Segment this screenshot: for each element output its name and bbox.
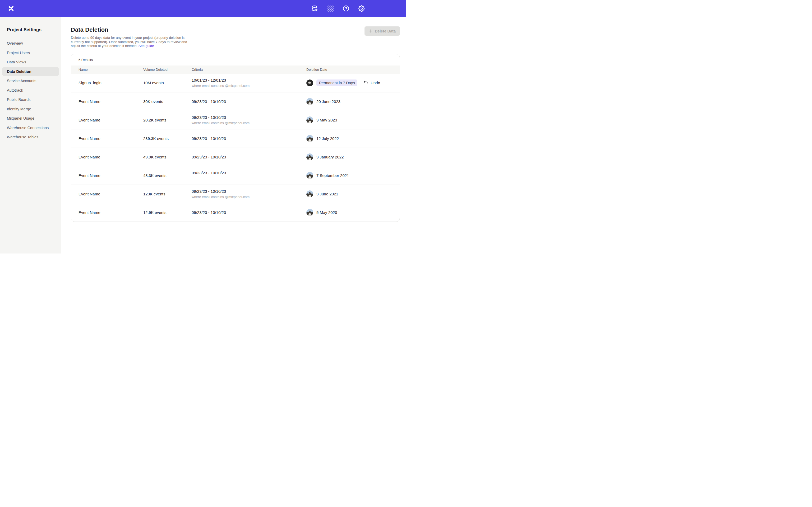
deletion-date: 5 May 2020	[316, 210, 337, 215]
sidebar-item[interactable]: Identity Merge	[2, 105, 59, 114]
row-criteria: 10/01/23 - 12/01/23 where email contains…	[192, 78, 306, 88]
row-criteria: 09/23/23 - 10/10/23 where email contains…	[192, 115, 306, 125]
row-deletion-cell: Permanent in 7 Days Undo	[306, 79, 400, 87]
top-navbar	[0, 0, 406, 17]
help-icon[interactable]	[343, 5, 349, 12]
row-criteria: 09/23/23 - 10/10/23	[192, 99, 306, 104]
sidebar-item[interactable]: Warehouse Tables	[2, 132, 59, 142]
row-volume: 10M events	[143, 80, 192, 85]
row-volume: 49.9K events	[143, 155, 192, 159]
column-header-criteria: Criteria	[192, 68, 306, 71]
sidebar-item[interactable]: Warehouse Connections	[2, 123, 59, 132]
table-header-row: Name Volume Deleted Criteria Deletion Da…	[71, 65, 400, 74]
settings-icon[interactable]	[358, 5, 365, 12]
row-deletion-cell: 3 June 2021	[306, 190, 400, 197]
sidebar-item[interactable]: Mixpanel Usage	[2, 114, 59, 123]
row-criteria: 09/23/23 - 10/10/23	[192, 171, 306, 180]
row-criteria: 09/23/23 - 10/10/23 where email contains…	[192, 189, 306, 199]
results-count: 5 Results	[71, 54, 400, 65]
page-header: Data Deletion Delete up to 90 days data …	[71, 26, 400, 48]
delete-data-label: Delete Data	[375, 29, 396, 33]
status-badge: Permanent in 7 Days	[316, 79, 357, 87]
table-row: Event Name 30K events 09/23/23 - 10/10/2…	[71, 92, 400, 111]
row-name: Event Name	[79, 118, 143, 122]
row-deletion-cell: 20 June 2023	[306, 98, 400, 105]
data-management-icon[interactable]	[311, 5, 318, 12]
criteria-range: 09/23/23 - 10/10/23	[192, 210, 306, 215]
row-volume: 30K events	[143, 99, 192, 104]
sidebar-item[interactable]: Service Accounts	[2, 76, 59, 85]
plus-icon	[369, 29, 373, 33]
row-criteria: 09/23/23 - 10/10/23	[192, 155, 306, 159]
criteria-subtext: where email contains @mixpanel.com	[192, 121, 306, 125]
row-name: Signup_login	[79, 80, 143, 85]
user-avatar	[306, 135, 313, 142]
row-criteria: 09/23/23 - 10/10/23	[192, 136, 306, 141]
deletion-date: 20 June 2023	[316, 99, 341, 104]
row-volume: 20.2K events	[143, 118, 192, 122]
table-row: Event Name 12.9K events 09/23/23 - 10/10…	[71, 203, 400, 222]
criteria-subtext: where email contains @mixpanel.com	[192, 84, 306, 88]
user-avatar	[306, 79, 313, 87]
criteria-range: 09/23/23 - 10/10/23	[192, 155, 306, 159]
criteria-range: 09/23/23 - 10/10/23	[192, 115, 306, 120]
deletion-date: 3 June 2021	[316, 192, 338, 196]
table-body: Signup_login 10M events 10/01/23 - 12/01…	[71, 74, 400, 222]
mixpanel-logo-icon[interactable]	[6, 4, 16, 13]
criteria-subtext	[192, 176, 306, 180]
table-row: Event Name 123K events 09/23/23 - 10/10/…	[71, 184, 400, 203]
undo-button[interactable]: Undo	[363, 80, 380, 85]
sidebar-item[interactable]: Project Users	[2, 48, 59, 57]
sidebar: Project Settings OverviewProject UsersDa…	[0, 17, 61, 253]
undo-label: Undo	[370, 80, 380, 85]
row-name: Event Name	[79, 192, 143, 196]
user-avatar	[306, 116, 313, 123]
table-row: Event Name 48.3K events 09/23/23 - 10/10…	[71, 166, 400, 184]
undo-icon	[363, 80, 368, 85]
page-header-text: Data Deletion Delete up to 90 days data …	[71, 26, 190, 48]
criteria-range: 09/23/23 - 10/10/23	[192, 171, 306, 175]
criteria-range: 09/23/23 - 10/10/23	[192, 189, 306, 193]
column-header-deletion-date: Deletion Date	[306, 68, 400, 71]
user-avatar	[306, 190, 313, 197]
deletion-date: 12 July 2022	[316, 136, 339, 141]
sidebar-item[interactable]: Autotrack	[2, 86, 59, 95]
row-name: Event Name	[79, 136, 143, 141]
column-header-volume: Volume Deleted	[143, 68, 192, 71]
user-avatar	[306, 154, 313, 160]
sidebar-item[interactable]: Overview	[2, 39, 59, 48]
page-description-text: Delete up to 90 days data for any event …	[71, 36, 187, 48]
criteria-range: 10/01/23 - 12/01/23	[192, 78, 306, 82]
sidebar-item[interactable]: Public Boards	[2, 95, 59, 104]
sidebar-title: Project Settings	[0, 27, 61, 33]
row-name: Event Name	[79, 99, 143, 104]
criteria-range: 09/23/23 - 10/10/23	[192, 136, 306, 141]
deletion-date: 3 May 2023	[316, 118, 337, 122]
apps-grid-icon[interactable]	[327, 5, 334, 12]
row-deletion-cell: 3 May 2023	[306, 116, 400, 123]
criteria-subtext: where email contains @mixpanel.com	[192, 195, 306, 199]
page-title: Data Deletion	[71, 26, 190, 33]
row-volume: 239.3K events	[143, 136, 192, 141]
table-row: Event Name 49.9K events 09/23/23 - 10/10…	[71, 148, 400, 166]
user-avatar	[306, 172, 313, 179]
sidebar-item[interactable]: Data Deletion	[2, 67, 59, 76]
deletion-date: 7 September 2021	[316, 173, 349, 178]
navbar-actions	[311, 5, 365, 12]
page-description: Delete up to 90 days data for any event …	[71, 36, 190, 48]
user-avatar	[306, 209, 313, 216]
table-row: Event Name 239.3K events 09/23/23 - 10/1…	[71, 129, 400, 148]
row-volume: 123K events	[143, 192, 192, 196]
row-deletion-cell: 7 September 2021	[306, 172, 400, 179]
delete-data-button[interactable]: Delete Data	[364, 26, 400, 36]
deletion-date: 3 January 2022	[316, 155, 344, 159]
main-content: Data Deletion Delete up to 90 days data …	[61, 17, 406, 253]
sidebar-item[interactable]: Data Views	[2, 58, 59, 66]
row-deletion-cell: 3 January 2022	[306, 154, 400, 160]
table-row: Signup_login 10M events 10/01/23 - 12/01…	[71, 74, 400, 92]
sidebar-nav: OverviewProject UsersData ViewsData Dele…	[0, 39, 61, 142]
column-header-name: Name	[79, 68, 143, 71]
row-deletion-cell: 5 May 2020	[306, 209, 400, 216]
see-guide-link[interactable]: See guide	[139, 44, 154, 48]
row-name: Event Name	[79, 155, 143, 159]
